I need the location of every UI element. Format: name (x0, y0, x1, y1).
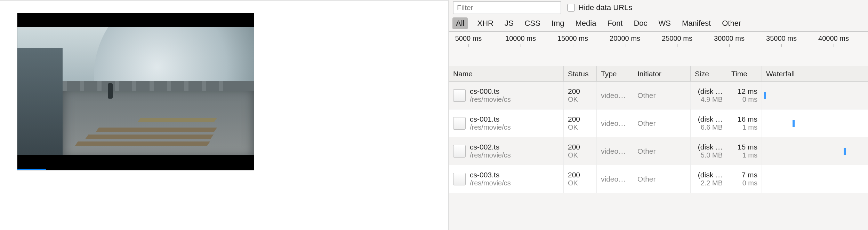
type-filter-doc[interactable]: Doc (630, 17, 651, 29)
file-icon (453, 89, 466, 102)
cell-initiator: Other (633, 82, 691, 109)
timeline-tick: 10000 ms (505, 34, 536, 43)
video-letterbox (17, 13, 254, 27)
column-header-size[interactable]: Size (691, 66, 727, 81)
timeline-tick: 40000 ms (818, 34, 849, 43)
column-header-name[interactable]: Name (449, 66, 564, 81)
video-player[interactable] (17, 13, 254, 170)
cell-size: (disk …2.2 MB (691, 165, 727, 193)
cell-size: (disk …6.6 MB (691, 109, 727, 137)
cell-waterfall (762, 109, 868, 137)
cell-status: 200OK (564, 82, 597, 109)
timeline-tick: 35000 ms (766, 34, 797, 43)
video-letterbox (17, 155, 254, 169)
type-filter-manifest[interactable]: Manifest (678, 17, 714, 29)
hide-data-urls-checkbox[interactable]: Hide data URLs (567, 3, 632, 12)
table-row[interactable]: cs-002.ts/res/movie/cs200OKvideo…Other(d… (449, 137, 868, 165)
type-filter-all[interactable]: All (452, 17, 468, 29)
cell-initiator: Other (633, 165, 691, 193)
column-header-status[interactable]: Status (564, 66, 597, 81)
network-timeline[interactable]: 5000 ms10000 ms15000 ms20000 ms25000 ms3… (449, 31, 868, 66)
timeline-tick: 30000 ms (714, 34, 745, 43)
cell-type: video… (597, 109, 633, 137)
cell-waterfall (762, 82, 868, 109)
timeline-tick: 15000 ms (557, 34, 588, 43)
waterfall-bar (764, 92, 766, 99)
table-row[interactable]: cs-000.ts/res/movie/cs200OKvideo…Other(d… (449, 82, 868, 109)
column-header-time[interactable]: Time (727, 66, 762, 81)
request-name: cs-000.ts (470, 87, 511, 95)
cell-name: cs-000.ts/res/movie/cs (449, 82, 564, 109)
type-filter-img[interactable]: Img (548, 17, 568, 29)
request-path: /res/movie/cs (470, 179, 511, 187)
network-type-filter-bar: AllXHRJSCSSImgMediaFontDocWSManifestOthe… (449, 15, 868, 31)
cell-name: cs-001.ts/res/movie/cs (449, 109, 564, 137)
type-filter-ws[interactable]: WS (655, 17, 674, 29)
type-filter-css[interactable]: CSS (521, 17, 544, 29)
cell-size: (disk …5.0 MB (691, 137, 727, 165)
filter-input[interactable] (453, 1, 561, 14)
timeline-tick: 5000 ms (455, 34, 482, 43)
cell-status: 200OK (564, 109, 597, 137)
request-name: cs-003.ts (470, 171, 511, 179)
cell-waterfall (762, 165, 868, 193)
timeline-tick: 20000 ms (610, 34, 640, 43)
cell-status: 200OK (564, 165, 597, 193)
cell-waterfall (762, 137, 868, 165)
waterfall-bar (793, 120, 795, 127)
cell-name: cs-002.ts/res/movie/cs (449, 137, 564, 165)
request-path: /res/movie/cs (470, 123, 511, 131)
cell-initiator: Other (633, 137, 691, 165)
cell-type: video… (597, 137, 633, 165)
table-row[interactable]: cs-001.ts/res/movie/cs200OKvideo…Other(d… (449, 109, 868, 137)
network-table-body: cs-000.ts/res/movie/cs200OKvideo…Other(d… (449, 82, 868, 193)
checkbox-icon (567, 4, 575, 12)
page-content (0, 0, 449, 230)
request-path: /res/movie/cs (470, 151, 511, 159)
column-header-initiator[interactable]: Initiator (633, 66, 691, 81)
column-header-type[interactable]: Type (597, 66, 633, 81)
column-header-waterfall[interactable]: Waterfall (762, 66, 868, 81)
type-filter-xhr[interactable]: XHR (474, 17, 497, 29)
type-filter-media[interactable]: Media (572, 17, 600, 29)
table-row[interactable]: cs-003.ts/res/movie/cs200OKvideo…Other(d… (449, 165, 868, 193)
checkbox-label: Hide data URLs (578, 3, 632, 12)
cell-name: cs-003.ts/res/movie/cs (449, 165, 564, 193)
request-path: /res/movie/cs (470, 95, 511, 104)
video-frame (17, 27, 254, 155)
waterfall-bar (844, 148, 846, 155)
file-icon (453, 145, 466, 158)
type-filter-font[interactable]: Font (604, 17, 626, 29)
cell-size: (disk …4.9 MB (691, 82, 727, 109)
request-name: cs-002.ts (470, 143, 511, 151)
cell-time: 7 ms0 ms (727, 165, 762, 193)
app-root: Hide data URLs AllXHRJSCSSImgMediaFontDo… (0, 0, 868, 230)
type-filter-other[interactable]: Other (718, 17, 745, 29)
cell-initiator: Other (633, 109, 691, 137)
timeline-tick: 25000 ms (662, 34, 692, 43)
devtools-network-panel: Hide data URLs AllXHRJSCSSImgMediaFontDo… (449, 0, 868, 230)
file-icon (453, 117, 466, 130)
cell-time: 16 ms1 ms (727, 109, 762, 137)
video-progress-bar[interactable] (17, 169, 46, 170)
request-name: cs-001.ts (470, 115, 511, 123)
separator (470, 18, 470, 28)
cell-time: 15 ms1 ms (727, 137, 762, 165)
network-filter-toolbar: Hide data URLs (449, 0, 868, 15)
cell-type: video… (597, 165, 633, 193)
cell-type: video… (597, 82, 633, 109)
network-table-header: Name Status Type Initiator Size Time Wat… (449, 66, 868, 82)
type-filter-js[interactable]: JS (501, 17, 517, 29)
cell-status: 200OK (564, 137, 597, 165)
cell-time: 12 ms0 ms (727, 82, 762, 109)
file-icon (453, 173, 466, 185)
